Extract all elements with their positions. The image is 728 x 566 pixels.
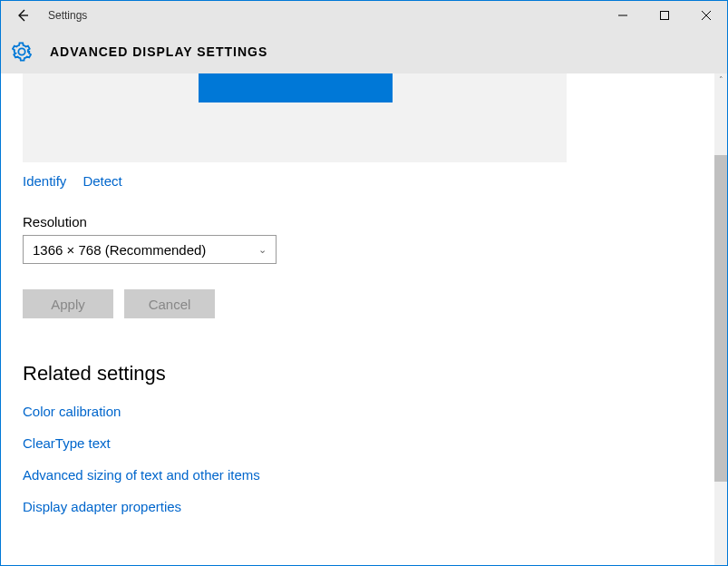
- cancel-button[interactable]: Cancel: [124, 289, 215, 318]
- monitor-thumbnail[interactable]: [199, 73, 393, 102]
- back-arrow-icon: [15, 8, 30, 23]
- page-header: ADVANCED DISPLAY SETTINGS: [1, 30, 727, 73]
- apply-button[interactable]: Apply: [23, 289, 113, 318]
- cleartype-text-link[interactable]: ClearType text: [23, 435, 705, 451]
- svg-rect-0: [661, 12, 669, 20]
- window-controls: [602, 1, 727, 30]
- resolution-dropdown[interactable]: 1366 × 768 (Recommended) ⌄: [23, 235, 277, 264]
- page-title: ADVANCED DISPLAY SETTINGS: [50, 44, 267, 59]
- display-actions: Identify Detect: [23, 173, 705, 189]
- close-button[interactable]: [685, 1, 727, 30]
- advanced-sizing-link[interactable]: Advanced sizing of text and other items: [23, 467, 705, 483]
- gear-icon: [12, 42, 32, 62]
- related-settings-heading: Related settings: [23, 362, 705, 385]
- chevron-down-icon: ⌄: [258, 244, 267, 256]
- color-calibration-link[interactable]: Color calibration: [23, 404, 705, 419]
- window-title: Settings: [48, 9, 87, 22]
- maximize-icon: [660, 11, 669, 20]
- minimize-icon: [618, 11, 627, 20]
- resolution-label: Resolution: [23, 214, 705, 229]
- back-button[interactable]: [8, 1, 37, 30]
- display-adapter-properties-link[interactable]: Display adapter properties: [23, 499, 705, 514]
- content: Identify Detect Resolution 1366 × 768 (R…: [1, 73, 727, 565]
- detect-link[interactable]: Detect: [83, 173, 121, 189]
- close-icon: [702, 11, 711, 20]
- maximize-button[interactable]: [644, 1, 685, 30]
- action-buttons: Apply Cancel: [23, 289, 705, 318]
- display-preview: [23, 73, 567, 162]
- minimize-button[interactable]: [602, 1, 644, 30]
- resolution-selected: 1366 × 768 (Recommended): [33, 242, 206, 258]
- titlebar: Settings: [1, 1, 727, 30]
- identify-link[interactable]: Identify: [23, 173, 66, 189]
